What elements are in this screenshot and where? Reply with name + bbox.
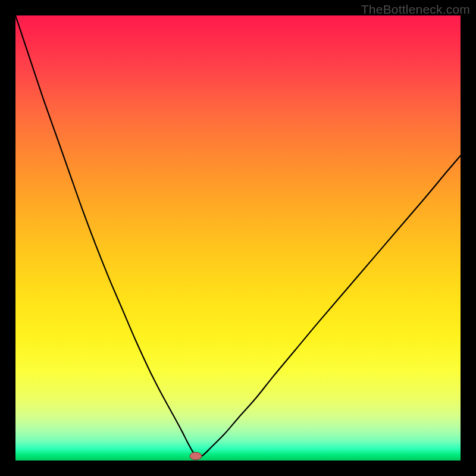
chart-frame: TheBottleneck.com <box>0 0 476 476</box>
optimal-marker <box>15 15 461 461</box>
svg-point-0 <box>190 452 202 460</box>
plot-area <box>15 15 461 461</box>
watermark-text: TheBottleneck.com <box>361 2 470 17</box>
